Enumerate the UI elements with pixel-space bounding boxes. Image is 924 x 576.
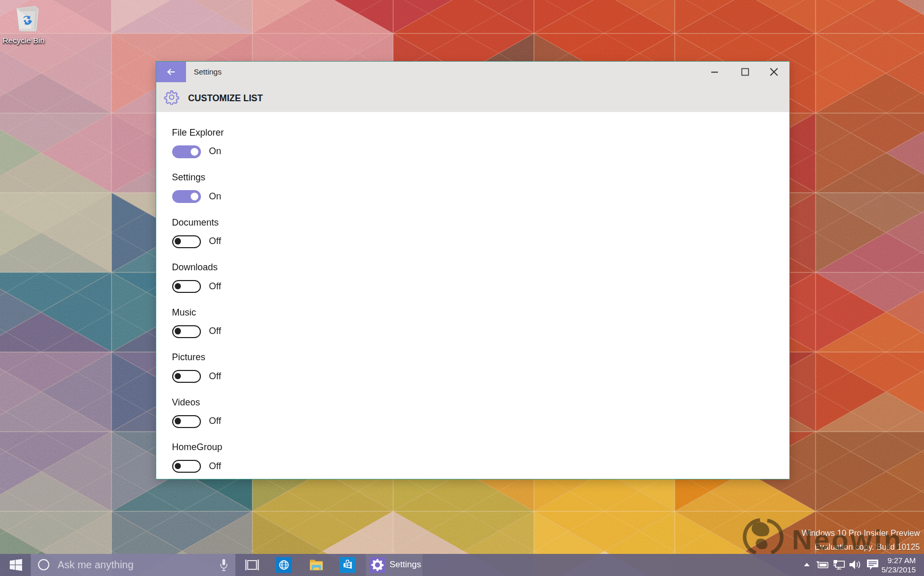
svg-text:Neowin: Neowin: [792, 524, 903, 555]
